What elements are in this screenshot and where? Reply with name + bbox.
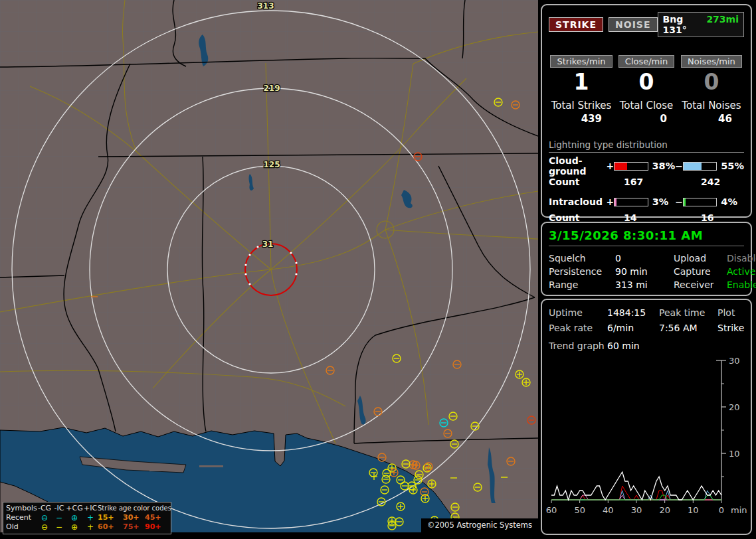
receiver-label: Receiver — [674, 278, 727, 291]
plus-sign: + — [607, 196, 614, 207]
plot-value: Strike — [717, 321, 744, 336]
capture-label: Capture — [674, 265, 727, 278]
trend-graph: 3020106050403020100min — [549, 354, 745, 521]
legend-col-cg-plus: +CG — [66, 504, 83, 513]
noises-per-min-label: Noises/min — [681, 55, 742, 68]
strike-button[interactable]: STRIKE — [549, 17, 603, 32]
strike-symbol-cp — [397, 502, 405, 510]
strike-symbol-cp — [390, 469, 398, 477]
noises-per-min-value: 0 — [679, 70, 744, 94]
trend-x-tick-label: 50 — [574, 505, 585, 515]
cg-minus-count: 242 — [701, 177, 720, 187]
bearing-readout: Bng 131° 273mi — [658, 12, 744, 37]
trend-x-unit-label: min — [731, 505, 747, 515]
ic-plus-bar — [614, 198, 648, 206]
legend-col-ic-plus: +IC — [83, 504, 98, 513]
ring-label-219: 219 — [263, 84, 280, 93]
trend-y-tick-label: 20 — [729, 402, 740, 412]
cg-minus-bar — [683, 162, 717, 171]
intracloud-row: Intracloud + 3% − 4% — [549, 194, 744, 210]
total-close-label: Total Close — [614, 100, 679, 112]
total-noises-label: Total Noises — [679, 100, 744, 112]
bearing-value: Bng 131° — [663, 14, 702, 35]
old-cg-minus-icon: ⊖ — [37, 522, 52, 532]
trend-y-tick-label: 30 — [729, 356, 740, 366]
cg-minus-bar-fill — [684, 163, 702, 170]
strikes-per-min-column: Strikes/min 1 Total Strikes 439 — [549, 54, 614, 125]
uptime-label: Uptime — [549, 305, 607, 321]
trend-y-tick-label: 10 — [729, 449, 740, 459]
age-30: 30+ — [123, 513, 145, 522]
minus-sign: − — [675, 196, 683, 207]
trend-x-tick-label: 30 — [631, 505, 642, 515]
datetime-display: 3/15/2026 8:30:11 AM — [549, 228, 744, 246]
old-ic-plus-icon: + — [83, 522, 98, 532]
age-60: 60+ — [98, 522, 123, 532]
total-strikes-label: Total Strikes — [549, 100, 614, 112]
intracloud-label: Intracloud — [549, 196, 607, 207]
bearing-distance: 273mi — [706, 14, 739, 35]
strike-symbol-cp — [428, 480, 436, 488]
recent-cg-plus-icon: ⊕ — [66, 513, 83, 522]
uptime-value: 1484:15 — [607, 305, 659, 321]
uptime-grid: Uptime 1484:15 Peak time Plot Peak rate … — [549, 305, 744, 336]
cloud-ground-count-row: Count 167 242 — [549, 174, 744, 190]
recent-ic-minus-icon: − — [52, 513, 66, 522]
legend-col-ic-minus: -IC — [52, 504, 66, 513]
cg-plus-count: 167 — [624, 177, 701, 187]
app-window: { "map": { "ring_labels": ["313", "219",… — [0, 0, 756, 539]
strike-symbol-cp — [516, 370, 523, 378]
noise-button[interactable]: NOISE — [609, 17, 657, 32]
ic-minus-pct: 4% — [721, 196, 744, 207]
old-cg-plus-icon: ⊕ — [66, 522, 83, 532]
strikes-per-min-label: Strikes/min — [550, 55, 612, 68]
squelch-label: Squelch — [549, 252, 615, 265]
strike-symbol-cp — [412, 461, 420, 469]
trend-series-cg- — [551, 486, 721, 500]
capture-value: Active — [727, 265, 756, 278]
noises-per-min-column: Noises/min 0 Total Noises 46 — [679, 54, 744, 125]
trend-x-tick-label: 20 — [659, 505, 670, 515]
recent-cg-minus-icon: ⊖ — [37, 513, 52, 522]
cg-minus-pct: 55% — [721, 161, 744, 171]
total-close-value: 0 — [614, 113, 679, 125]
ring-label-125: 125 — [263, 160, 280, 169]
legend-symbols-header: Symbols — [6, 504, 37, 513]
trend-x-tick-label: 60 — [546, 505, 557, 515]
ic-minus-bar — [683, 198, 717, 206]
ic-plus-pct: 3% — [652, 196, 676, 207]
peak-rate-value: 6/min — [607, 321, 659, 336]
recent-ic-plus-icon: + — [83, 513, 98, 522]
persistence-value: 90 min — [615, 265, 674, 278]
minus-sign: − — [675, 161, 683, 171]
settings-grid: Squelch 0 Upload Disabled Persistence 90… — [549, 252, 744, 291]
ic-plus-bar-fill — [614, 198, 616, 206]
strike-symbol-cp — [425, 463, 432, 471]
legend-row-old-label: Old — [6, 522, 37, 532]
lightning-distribution: Lightning type distribution Cloud-ground… — [549, 139, 744, 226]
map-svg: 313 219 125 31 — [0, 0, 538, 539]
trend-graph-label: Trend graph — [549, 341, 607, 351]
age-15: 15+ — [98, 513, 123, 522]
trend-panel: Uptime 1484:15 Peak time Plot Peak rate … — [541, 299, 752, 535]
count-label: Count — [549, 177, 624, 187]
close-per-min-column: Close/min 0 Total Close 0 — [614, 54, 679, 125]
strike-stats-panel: STRIKE NOISE Bng 131° 273mi Strikes/min … — [541, 4, 752, 218]
age-90: 90+ — [145, 522, 167, 532]
trend-graph-value: 60 min — [607, 341, 640, 351]
range-label: Range — [549, 278, 615, 291]
map-area[interactable]: 313 219 125 31 Symbols -CG -IC +CG +IC S… — [0, 0, 538, 539]
distribution-title: Lightning type distribution — [549, 139, 744, 153]
strikes-per-min-value: 1 — [549, 70, 614, 94]
trend-x-tick-label: 0 — [719, 505, 724, 515]
squelch-value: 0 — [615, 252, 674, 265]
plus-sign: + — [607, 161, 614, 171]
cloud-ground-row: Cloud-ground + 38% − 55% — [549, 158, 744, 174]
strike-symbol-cp — [421, 495, 429, 502]
ring-label-31: 31 — [262, 240, 274, 249]
plot-label: Plot — [717, 305, 744, 321]
upload-label: Upload — [674, 252, 727, 265]
age-45: 45+ — [145, 513, 167, 522]
legend-col-cg-minus: -CG — [37, 504, 52, 513]
ring-label-313: 313 — [257, 1, 274, 11]
